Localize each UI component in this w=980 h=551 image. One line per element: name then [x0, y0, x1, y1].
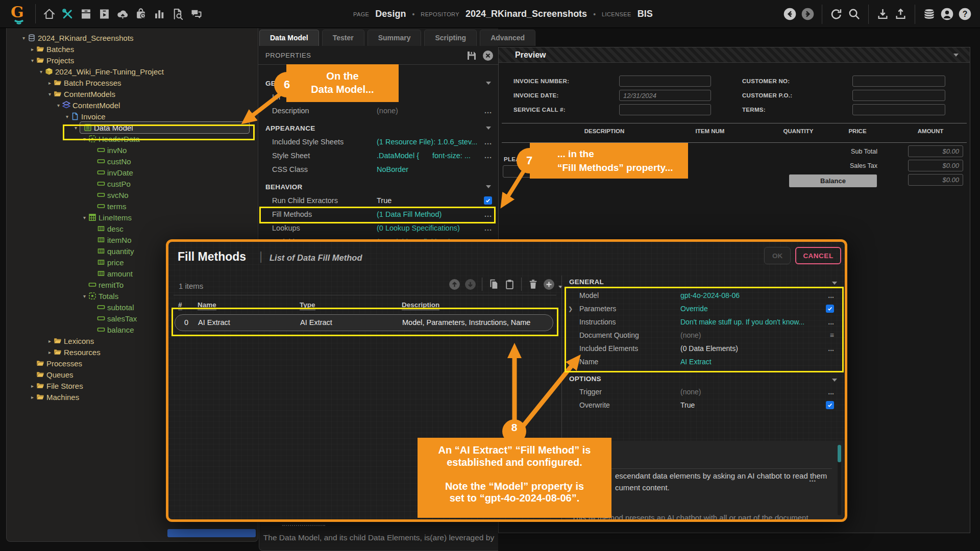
tab-scripting[interactable]: Scripting — [424, 30, 477, 46]
help-icon[interactable]: ? — [958, 7, 972, 21]
search-icon[interactable] — [847, 7, 861, 21]
tree-item-invoice[interactable]: ▾Invoice — [7, 111, 258, 122]
tree-expander-icon[interactable]: ▾ — [20, 35, 28, 41]
property-value[interactable]: gpt-4o-2024-08-06 — [680, 291, 740, 299]
section-header-behavior[interactable]: BEHAVIOR — [258, 180, 498, 193]
tree-expander-icon[interactable]: ▾ — [63, 114, 71, 119]
selected-node-box[interactable]: Data Model — [80, 121, 250, 134]
property-value[interactable]: (none) — [377, 107, 398, 115]
property-value[interactable]: AI Extract — [680, 358, 712, 366]
tree-item-contentmodels[interactable]: ▾ContentModels — [7, 88, 258, 99]
property-value[interactable]: NoBorder — [377, 165, 408, 173]
tree-item-2024-rkinard-screenshots[interactable]: ▾2024_RKinard_Screenshots — [7, 32, 258, 43]
ellipsis-button[interactable]: ... — [828, 388, 834, 396]
tree-item-batch-processes[interactable]: ▸Batch Processes — [7, 77, 258, 88]
ellipsis-button[interactable]: ... — [828, 318, 834, 326]
total-amount-input[interactable]: $0.00 — [908, 160, 963, 171]
copy-icon[interactable] — [487, 278, 500, 291]
property-value[interactable]: .DataModel { — [377, 152, 419, 160]
section-chevron-icon[interactable] — [832, 282, 837, 285]
tree-expander-icon[interactable]: ▾ — [37, 69, 45, 74]
scrollbar-thumb[interactable] — [838, 445, 841, 462]
ellipsis-button[interactable]: ... — [484, 152, 492, 160]
tree-item-headerdata[interactable]: ▾HeaderData — [7, 133, 258, 144]
property-value[interactable]: Override — [680, 305, 708, 313]
tree-expander-icon[interactable]: ▸ — [29, 394, 36, 400]
field-input[interactable] — [619, 76, 711, 87]
design-tools-icon[interactable] — [61, 7, 75, 21]
section-chevron-icon[interactable] — [832, 379, 837, 382]
horizontal-scrollbar-thumb[interactable] — [167, 529, 256, 537]
tree-expander-icon[interactable]: ▸ — [46, 349, 54, 355]
tree-item-invdate[interactable]: invDate — [7, 167, 258, 178]
property-value[interactable]: Don't make stuff up. If you don't know..… — [680, 318, 804, 326]
tab-advanced[interactable]: Advanced — [480, 30, 535, 46]
tree-item-projects[interactable]: ▾Projects — [7, 55, 258, 66]
general-section-header[interactable]: GENERAL — [569, 278, 604, 286]
property-value[interactable]: (none) — [680, 388, 701, 396]
section-chevron-icon[interactable] — [486, 127, 491, 130]
section-header-appearance[interactable]: APPEARANCE — [258, 121, 498, 135]
field-input[interactable]: 12/31/2024 — [619, 90, 711, 101]
repository-value[interactable]: 2024_RKinard_Screenshots — [465, 9, 587, 19]
field-input[interactable] — [852, 76, 945, 87]
refresh-icon[interactable] — [829, 7, 843, 21]
field-input[interactable] — [852, 104, 945, 115]
tree-item-batches[interactable]: ▸Batches — [7, 43, 258, 55]
tree-expander-icon[interactable]: ▸ — [29, 383, 36, 389]
tree-expander-icon[interactable]: ▾ — [46, 91, 54, 97]
tab-data-model[interactable]: Data Model — [259, 30, 319, 46]
batch-play-icon[interactable] — [97, 7, 111, 21]
property-value[interactable]: (1 Data Fill Method) — [377, 210, 442, 218]
property-row-included-style-sheets[interactable]: Included Style Sheets(1 Resource File): … — [258, 135, 498, 148]
ellipsis-button[interactable]: ... — [484, 210, 492, 218]
checked-checkbox[interactable] — [484, 196, 492, 205]
tree-expander-icon[interactable]: ▾ — [81, 136, 88, 142]
save-icon[interactable] — [465, 49, 478, 62]
property-row-name[interactable]: NameAI Extract — [565, 355, 842, 368]
tree-item-invno[interactable]: invNo — [7, 144, 258, 156]
property-value[interactable]: True — [680, 401, 695, 409]
property-row-fill-methods[interactable]: Fill Methods(1 Data Fill Method)... — [258, 207, 498, 221]
tree-item-2024-wiki-fine-tuning-project[interactable]: ▾2024_Wiki_Fine-Tuning_Project — [7, 66, 258, 77]
tree-item-lineitems[interactable]: ▾LineItems — [7, 212, 258, 223]
property-row-overwrite[interactable]: OverwriteTrue — [565, 398, 842, 412]
user-icon[interactable] — [940, 7, 954, 21]
tree-item-custno[interactable]: custNo — [7, 156, 258, 167]
job-bag-icon[interactable] — [134, 7, 148, 21]
tab-summary[interactable]: Summary — [368, 30, 422, 46]
tree-expander-icon[interactable]: ▸ — [46, 338, 54, 344]
forward-icon[interactable] — [801, 7, 815, 21]
ellipsis-button[interactable]: ... — [484, 138, 492, 146]
section-chevron-icon[interactable] — [486, 185, 491, 188]
checked-checkbox[interactable] — [826, 401, 834, 409]
download-icon[interactable] — [876, 7, 890, 21]
page-value[interactable]: Design — [375, 9, 406, 19]
property-value[interactable]: (none) — [680, 331, 701, 339]
ok-button[interactable]: OK — [764, 247, 791, 264]
ellipsis-button[interactable]: ... — [484, 224, 492, 232]
property-row-run-child-exractors[interactable]: Run Child ExractorsTrue — [258, 193, 498, 207]
field-input[interactable] — [619, 104, 711, 115]
property-value[interactable]: (0 Lookup Specifications) — [377, 224, 460, 232]
balance-button[interactable]: Balance — [789, 174, 877, 187]
tree-item-terms[interactable]: terms — [7, 201, 258, 212]
move-down-icon[interactable] — [464, 278, 477, 291]
row-expander-icon[interactable]: ❯ — [568, 306, 573, 312]
preview-header[interactable]: Preview — [499, 47, 970, 63]
ellipsis-button[interactable]: ... — [828, 291, 834, 299]
cancel-button[interactable]: CANCEL — [795, 247, 841, 264]
tree-item-contentmodel[interactable]: ▾ContentModel — [7, 99, 258, 111]
chat-icon[interactable] — [189, 7, 203, 21]
delete-icon[interactable] — [527, 278, 540, 291]
property-row-included-elements[interactable]: Included Elements(0 Data Elements)... — [565, 342, 842, 355]
back-icon[interactable] — [783, 7, 797, 21]
tree-expander-icon[interactable]: ▸ — [29, 46, 36, 52]
tree-expander-icon[interactable]: ▾ — [29, 58, 36, 63]
property-row-lookups[interactable]: Lookups(0 Lookup Specifications)... — [258, 221, 498, 235]
property-value[interactable]: (0 Data Elements) — [680, 344, 738, 353]
ellipsis-button[interactable]: ... — [809, 474, 816, 484]
total-amount-input[interactable]: $0.00 — [908, 145, 963, 157]
menu-button[interactable]: ≡ — [830, 331, 834, 339]
property-row-style-sheet[interactable]: Style Sheet.DataModel {font-size: ...... — [258, 148, 498, 162]
